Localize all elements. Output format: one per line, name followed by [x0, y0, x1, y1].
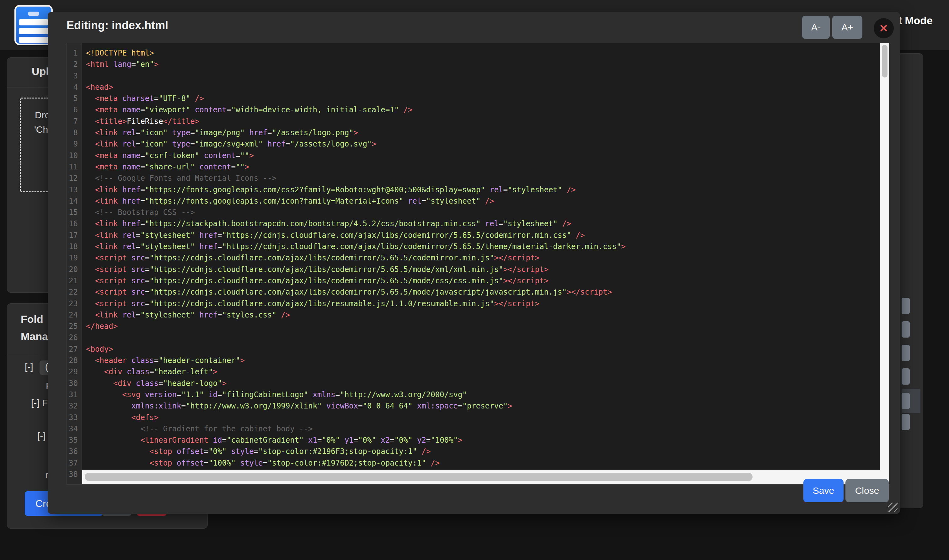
line-number: 34 — [67, 423, 82, 434]
code-line[interactable]: <script src="https://cdnjs.cloudflare.co… — [82, 275, 880, 286]
code-line[interactable]: <script src="https://cdnjs.cloudflare.co… — [82, 286, 880, 298]
line-number: 3 — [67, 70, 82, 82]
editor-modal-title: Editing: index.html — [66, 19, 168, 32]
folder-card-title-line2: Mana — [21, 330, 48, 343]
code-line[interactable]: <!-- Bootstrap CSS --> — [82, 207, 880, 218]
action-button[interactable] — [901, 368, 910, 385]
vertical-scrollbar[interactable] — [880, 43, 889, 470]
folder-tree-item[interactable]: [-] F — [31, 397, 48, 408]
horizontal-scrollbar[interactable] — [82, 470, 889, 484]
action-button[interactable] — [901, 321, 910, 338]
line-number: 6 — [67, 104, 82, 115]
code-line[interactable]: xmlns:xlink="http://www.w3.org/1999/xlin… — [82, 400, 880, 412]
line-number: 37 — [67, 457, 82, 469]
line-number: 2 — [67, 58, 82, 70]
action-button[interactable] — [901, 298, 910, 314]
line-number: 31 — [67, 389, 82, 400]
action-button[interactable] — [901, 393, 910, 409]
code-line[interactable]: <svg version="1.1" id="filingCabinetLogo… — [82, 389, 880, 400]
code-line[interactable] — [82, 332, 880, 343]
code-line[interactable]: <meta name="viewport" content="width=dev… — [82, 104, 880, 115]
line-number: 1 — [67, 48, 82, 58]
code-line[interactable]: <link rel="icon" type="image/png" href="… — [82, 127, 880, 138]
code-line[interactable]: <!DOCTYPE html> — [82, 48, 880, 58]
line-number: 14 — [67, 195, 82, 207]
code-line[interactable]: <link rel="stylesheet" href="styles.css"… — [82, 309, 880, 321]
line-number: 26 — [67, 332, 82, 343]
line-number: 35 — [67, 434, 82, 446]
save-button[interactable]: Save — [803, 479, 844, 502]
code-line[interactable]: </head> — [82, 321, 880, 332]
cabinet-drawer-icon — [19, 28, 48, 34]
action-button-highlight — [901, 389, 920, 413]
line-number: 32 — [67, 400, 82, 412]
code-line[interactable]: <header class="header-container"> — [82, 355, 880, 366]
code-line[interactable]: <body> — [82, 343, 880, 355]
line-number: 36 — [67, 446, 82, 457]
theme-mode-toggle[interactable]: t Mode — [898, 14, 933, 27]
line-number: 5 — [67, 93, 82, 104]
file-actions-card — [897, 53, 923, 508]
code-line[interactable]: <script src="https://cdnjs.cloudflare.co… — [82, 264, 880, 275]
line-number-gutter: 1234567891011121314151617181920212223242… — [67, 43, 82, 485]
close-button[interactable]: Close — [846, 479, 889, 502]
line-number: 17 — [67, 230, 82, 241]
code-line[interactable]: <meta name="share-url" content=""> — [82, 161, 880, 172]
code-line[interactable] — [82, 70, 880, 82]
folder-tree-item[interactable]: [-] — [37, 431, 46, 442]
horizontal-scrollbar-thumb[interactable] — [85, 473, 753, 481]
code-line[interactable]: <link href="https://fonts.googleapis.com… — [82, 195, 880, 207]
line-number: 23 — [67, 298, 82, 309]
line-number: 24 — [67, 309, 82, 321]
code-line[interactable]: <script src="https://cdnjs.cloudflare.co… — [82, 298, 880, 309]
cabinet-drawer-icon — [19, 37, 48, 43]
line-number: 9 — [67, 138, 82, 150]
line-number: 18 — [67, 241, 82, 252]
font-size-increase-button[interactable]: A+ — [832, 16, 863, 39]
close-icon[interactable]: ✕ — [874, 18, 894, 38]
line-number: 33 — [67, 412, 82, 423]
code-line[interactable]: <div class="header-logo"> — [82, 378, 880, 389]
line-number: 27 — [67, 343, 82, 355]
code-line[interactable]: <title>FileRise</title> — [82, 116, 880, 127]
code-line[interactable]: <link rel="stylesheet" href="https://cdn… — [82, 230, 880, 241]
folder-card-title-line1: Fold — [21, 313, 43, 325]
code-line[interactable]: <html lang="en"> — [82, 58, 880, 70]
line-number: 16 — [67, 218, 82, 229]
code-line[interactable]: <!-- Google Fonts and Material Icons --> — [82, 172, 880, 184]
line-number: 15 — [67, 207, 82, 218]
code-line[interactable]: <linearGradient id="cabinetGradient" x1=… — [82, 434, 880, 446]
line-number: 7 — [67, 116, 82, 127]
code-line[interactable]: <link href="https://stackpath.bootstrapc… — [82, 218, 880, 229]
code-line[interactable]: <script src="https://cdnjs.cloudflare.co… — [82, 252, 880, 263]
code-line[interactable]: <stop offset="0%" style="stop-color:#219… — [82, 446, 880, 457]
font-size-decrease-button[interactable]: A- — [802, 16, 830, 39]
line-number: 19 — [67, 252, 82, 263]
code-line[interactable]: <defs> — [82, 412, 880, 423]
code-editor[interactable]: 1234567891011121314151617181920212223242… — [66, 43, 890, 485]
resize-handle[interactable] — [888, 503, 898, 512]
cabinet-handle-icon — [28, 12, 39, 16]
line-number: 22 — [67, 286, 82, 298]
code-line[interactable]: <link rel="icon" type="image/svg+xml" hr… — [82, 138, 880, 150]
action-button[interactable] — [901, 345, 910, 361]
editor-modal: Editing: index.html A- A+ ✕ 123456789101… — [48, 12, 900, 514]
tree-collapse-toggle[interactable]: [-] — [25, 362, 33, 372]
code-line[interactable]: <link href="https://fonts.googleapis.com… — [82, 184, 880, 195]
action-button[interactable] — [901, 414, 910, 430]
line-number: 21 — [67, 275, 82, 286]
line-number: 28 — [67, 355, 82, 366]
code-line[interactable]: <div class="header-left"> — [82, 366, 880, 377]
line-number: 4 — [67, 82, 82, 93]
code-line[interactable]: <!-- Gradient for the cabinet body --> — [82, 423, 880, 434]
line-number: 25 — [67, 321, 82, 332]
vertical-scrollbar-thumb[interactable] — [882, 45, 887, 77]
code-line[interactable]: <meta charset="UTF-8" /> — [82, 93, 880, 104]
code-line[interactable]: <meta name="csrf-token" content=""> — [82, 150, 880, 161]
code-line[interactable]: <head> — [82, 82, 880, 93]
code-line[interactable]: <link rel="stylesheet" href="https://cdn… — [82, 241, 880, 252]
line-number: 20 — [67, 264, 82, 275]
line-number: 13 — [67, 184, 82, 195]
code-lines[interactable]: <!DOCTYPE html><html lang="en"><head> <m… — [82, 48, 880, 480]
code-line[interactable]: <stop offset="100%" style="stop-color:#1… — [82, 457, 880, 469]
